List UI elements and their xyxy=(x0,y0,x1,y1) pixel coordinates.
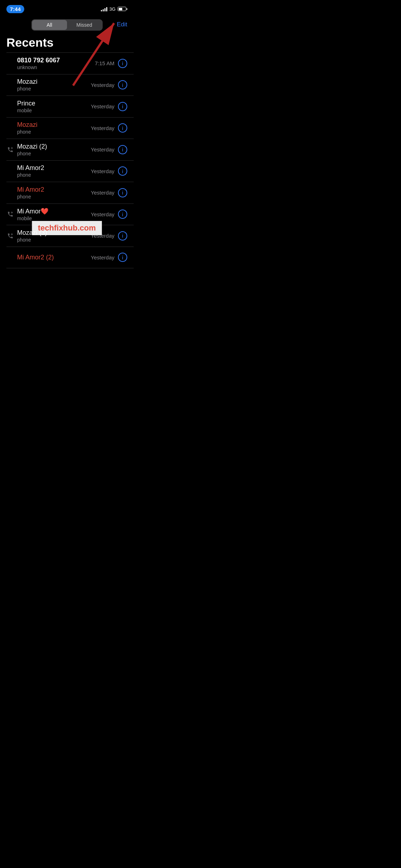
call-row[interactable]: MozaziphoneYesterdayi xyxy=(0,117,134,139)
missed-call-icon xyxy=(6,233,14,239)
call-right: Yesterdayi xyxy=(91,210,127,219)
call-name: Mi Amor2 (2) xyxy=(17,254,91,261)
info-button[interactable]: i xyxy=(118,102,127,111)
info-button[interactable]: i xyxy=(118,123,127,133)
status-right: 3G xyxy=(101,6,127,12)
call-type: mobile xyxy=(17,108,91,113)
call-name: Mi Amor2 xyxy=(17,186,91,193)
call-info: Mi Amor❤️mobile xyxy=(17,207,91,221)
call-name: 0810 792 6067 xyxy=(17,57,95,64)
call-type: unknown xyxy=(17,64,95,70)
call-type: phone xyxy=(17,237,91,243)
missed-call-icon xyxy=(6,146,14,153)
network-type: 3G xyxy=(109,6,115,12)
call-time: Yesterday xyxy=(91,125,114,131)
page-title: Recents xyxy=(0,33,134,52)
call-right: Yesterdayi xyxy=(91,102,127,111)
call-name: Mozazi (3) xyxy=(17,229,91,237)
call-name: Prince xyxy=(17,100,91,107)
call-info: 0810 792 6067unknown xyxy=(17,57,95,70)
call-right: Yesterdayi xyxy=(91,231,127,241)
call-row[interactable]: Mi Amor2 (2)Yesterdayi xyxy=(0,247,134,268)
edit-button[interactable]: Edit xyxy=(117,21,127,28)
segment-control: All Missed xyxy=(31,19,103,31)
signal-bars-icon xyxy=(101,6,107,11)
info-button[interactable]: i xyxy=(118,166,127,176)
tab-all[interactable]: All xyxy=(32,20,67,30)
call-row[interactable]: Mozazi (2)phoneYesterdayi xyxy=(0,139,134,160)
call-row[interactable]: 0810 792 6067unknown7:15 AMi xyxy=(0,53,134,74)
call-name: Mozazi (2) xyxy=(17,143,91,150)
call-row[interactable]: Mi Amor❤️mobileYesterdayi xyxy=(0,203,134,225)
call-row[interactable]: MozaziphoneYesterdayi xyxy=(0,74,134,95)
call-info: Mozaziphone xyxy=(17,121,91,135)
call-row[interactable]: PrincemobileYesterdayi xyxy=(0,96,134,117)
status-time: 7:44 xyxy=(6,5,24,13)
call-row[interactable]: Mi Amor2phoneYesterdayi xyxy=(0,160,134,182)
call-name: Mi Amor2 xyxy=(17,164,91,172)
call-type: phone xyxy=(17,129,91,135)
call-info: Mi Amor2phone xyxy=(17,164,91,178)
call-row[interactable]: Mi Amor2phoneYesterdayi xyxy=(0,182,134,203)
info-button[interactable]: i xyxy=(118,210,127,219)
call-info: Mozaziphone xyxy=(17,78,91,92)
call-time: 7:15 AM xyxy=(95,60,114,66)
info-button[interactable]: i xyxy=(118,188,127,197)
call-list: 0810 792 6067unknown7:15 AMiMozaziphoneY… xyxy=(0,53,134,268)
info-button[interactable]: i xyxy=(118,145,127,154)
missed-call-icon xyxy=(6,211,14,217)
call-right: Yesterdayi xyxy=(91,188,127,197)
info-button[interactable]: i xyxy=(118,80,127,89)
call-right: Yesterdayi xyxy=(91,123,127,133)
call-info: Mi Amor2 (2) xyxy=(17,254,91,261)
call-right: Yesterdayi xyxy=(91,80,127,89)
call-right: Yesterdayi xyxy=(91,253,127,262)
call-type: phone xyxy=(17,172,91,178)
info-button[interactable]: i xyxy=(118,253,127,262)
call-time: Yesterday xyxy=(91,233,114,239)
call-type: phone xyxy=(17,194,91,200)
status-bar: 7:44 3G xyxy=(0,0,134,16)
call-right: Yesterdayi xyxy=(91,166,127,176)
call-row[interactable]: Mozazi (3)phoneYesterdayi xyxy=(0,225,134,247)
call-time: Yesterday xyxy=(91,82,114,88)
call-type: phone xyxy=(17,151,91,156)
info-button[interactable]: i xyxy=(118,231,127,241)
row-divider xyxy=(6,268,134,268)
call-right: Yesterdayi xyxy=(91,145,127,154)
call-time: Yesterday xyxy=(91,211,114,217)
tab-missed[interactable]: Missed xyxy=(67,20,102,30)
call-time: Yesterday xyxy=(91,254,114,260)
call-name: Mi Amor❤️ xyxy=(17,207,91,215)
call-time: Yesterday xyxy=(91,190,114,196)
call-time: Yesterday xyxy=(91,146,114,153)
battery-icon xyxy=(118,7,127,11)
call-right: 7:15 AMi xyxy=(95,59,127,68)
call-time: Yesterday xyxy=(91,168,114,174)
call-name: Mozazi xyxy=(17,78,91,86)
call-type: mobile xyxy=(17,216,91,221)
call-info: Mozazi (2)phone xyxy=(17,143,91,156)
call-info: Princemobile xyxy=(17,100,91,113)
filter-bar: All Missed Edit xyxy=(0,16,134,33)
call-info: Mi Amor2phone xyxy=(17,186,91,200)
info-button[interactable]: i xyxy=(118,59,127,68)
call-type: phone xyxy=(17,86,91,92)
call-time: Yesterday xyxy=(91,103,114,109)
call-info: Mozazi (3)phone xyxy=(17,229,91,243)
call-name: Mozazi xyxy=(17,121,91,129)
